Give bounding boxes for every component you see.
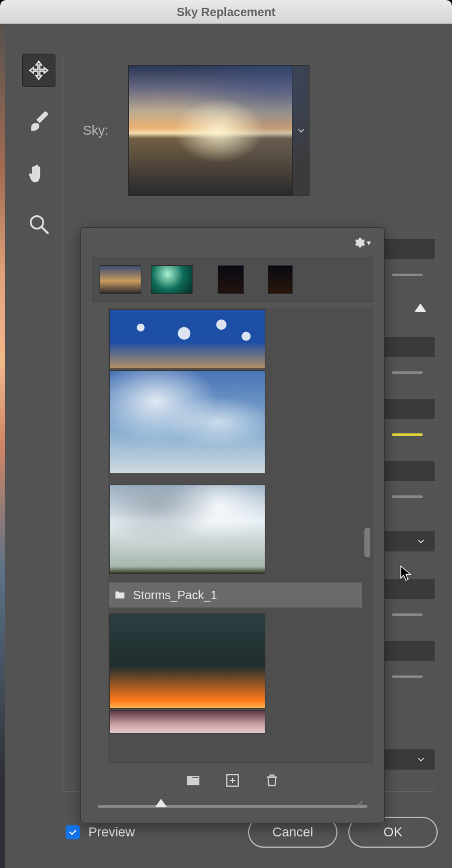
- slider-field[interactable]: [383, 399, 435, 419]
- sky-list: Storms_Pack_1: [109, 308, 373, 763]
- preview-checkbox[interactable]: [66, 825, 80, 839]
- recent-sky-thumb[interactable]: [268, 265, 293, 294]
- slider-track[interactable]: [392, 613, 423, 616]
- dropdown-field[interactable]: [383, 749, 435, 770]
- move-icon: [28, 60, 49, 81]
- recent-sky-thumb[interactable]: [100, 265, 141, 294]
- settings-sliders: [383, 239, 435, 770]
- settings-panel: Sky:: [62, 54, 435, 792]
- folder-icon: [113, 589, 127, 601]
- magnifier-icon: [28, 213, 49, 235]
- slider-knob[interactable]: [414, 303, 426, 312]
- background-image-edge: [0, 24, 5, 868]
- slider-field[interactable]: [383, 641, 435, 661]
- move-tool[interactable]: [22, 54, 55, 87]
- hand-tool[interactable]: [22, 156, 55, 190]
- chevron-down-icon: [416, 536, 426, 547]
- sky-preview-thumbnail: [129, 66, 292, 196]
- slider-track[interactable]: [392, 675, 423, 678]
- thumbnail-size-slider[interactable]: [98, 794, 367, 818]
- slider-knob[interactable]: [155, 799, 167, 807]
- slider-field[interactable]: [383, 337, 435, 357]
- slider-track: [98, 805, 367, 808]
- sky-preview[interactable]: [128, 65, 309, 196]
- add-sky-icon[interactable]: [225, 773, 240, 788]
- preview-label: Preview: [88, 824, 135, 840]
- dropdown-field[interactable]: [383, 531, 435, 551]
- brush-tool[interactable]: [22, 105, 55, 138]
- folder-name: Storms_Pack_1: [133, 588, 217, 602]
- flyout-toolbar: ▾: [81, 228, 384, 258]
- slider-field[interactable]: [383, 239, 435, 259]
- dialog-body: Sky:: [0, 24, 452, 868]
- tool-strip: [20, 54, 57, 241]
- brush-icon: [28, 111, 49, 132]
- flyout-settings-button[interactable]: ▾: [352, 236, 371, 249]
- slider-knob-row: [383, 303, 435, 312]
- slider-track[interactable]: [392, 371, 423, 374]
- sky-picker-flyout: ▾ Sto: [81, 227, 385, 823]
- chevron-down-icon: [416, 754, 426, 765]
- slider-track-highlight[interactable]: [392, 433, 423, 436]
- slider-track[interactable]: [392, 274, 423, 276]
- slider-track[interactable]: [392, 495, 423, 498]
- flyout-footer: [81, 767, 384, 794]
- folder-row[interactable]: Storms_Pack_1: [109, 582, 362, 607]
- sky-thumbnail[interactable]: [109, 613, 265, 709]
- slider-field[interactable]: [383, 461, 435, 481]
- resize-grip[interactable]: [353, 799, 364, 813]
- dialog-header: Sky Replacement: [0, 0, 452, 24]
- hand-icon: [28, 162, 49, 184]
- sky-label: Sky:: [83, 123, 115, 138]
- check-icon: [68, 827, 78, 837]
- dialog-title: Sky Replacement: [177, 5, 275, 19]
- mouse-cursor: [399, 565, 414, 585]
- sky-selector-row: Sky:: [83, 65, 428, 196]
- recent-sky-thumb[interactable]: [218, 265, 244, 294]
- cancel-button-label: Cancel: [273, 824, 313, 840]
- sky-thumbnail[interactable]: [109, 710, 265, 734]
- sky-thumbnail[interactable]: [109, 370, 265, 474]
- dropdown-caret: ▾: [367, 238, 371, 247]
- trash-icon[interactable]: [264, 773, 280, 788]
- sky-list-viewport[interactable]: Storms_Pack_1: [109, 308, 362, 762]
- new-folder-icon[interactable]: [185, 773, 201, 788]
- ok-button-label: OK: [383, 824, 403, 840]
- zoom-tool[interactable]: [22, 207, 55, 241]
- recent-sky-thumb[interactable]: [151, 265, 193, 294]
- gear-icon: [352, 236, 366, 249]
- sky-thumbnail[interactable]: [109, 485, 265, 574]
- sky-thumbnail[interactable]: [109, 309, 265, 369]
- scrollbar-thumb[interactable]: [364, 528, 370, 557]
- recent-skies-row: [92, 258, 373, 302]
